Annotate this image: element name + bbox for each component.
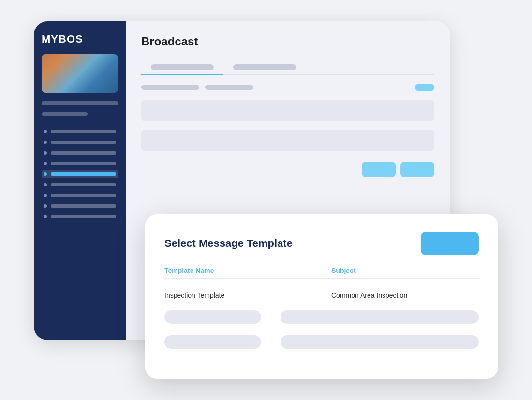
sidebar-item-8[interactable] (42, 202, 118, 210)
sidebar-bar-1 (42, 101, 118, 105)
bottom-row (141, 162, 434, 177)
sidebar-item-4[interactable] (42, 159, 118, 168)
modal-placeholder-subject-1 (281, 310, 479, 324)
sidebar-dot-8 (44, 204, 47, 208)
sidebar-nav-bar-3 (51, 151, 116, 155)
modal-card: Select Message Template Template Name Su… (145, 214, 498, 379)
filter-placeholder-1 (141, 85, 199, 90)
sidebar-item-6[interactable] (42, 181, 118, 189)
modal-table: Template Name Subject Inspection Templat… (164, 267, 479, 355)
sidebar-item-7[interactable] (42, 191, 118, 200)
sidebar-nav-bar-active (51, 172, 116, 176)
modal-cell-subject: Common Area Inspection (331, 291, 479, 299)
sidebar-item-broadcast[interactable] (42, 170, 118, 178)
sidebar-nav-bar-2 (51, 141, 116, 144)
action-btn-1[interactable] (362, 162, 396, 177)
sidebar-nav (42, 128, 118, 221)
sidebar-dot-3 (44, 151, 47, 155)
sidebar-dot-9 (44, 215, 47, 218)
filter-row (141, 84, 434, 91)
filter-left (141, 85, 253, 90)
modal-placeholder-row-1 (164, 304, 479, 329)
sidebar-item-9[interactable] (42, 213, 118, 221)
modal-placeholder-name-2 (164, 335, 261, 349)
sidebar-nav-bar-8 (51, 204, 116, 208)
filter-placeholder-2 (205, 85, 253, 90)
modal-col-template-name: Template Name (164, 267, 312, 274)
sidebar-item-1[interactable] (42, 128, 118, 136)
content-block-1 (141, 100, 434, 121)
sidebar-nav-bar-4 (51, 162, 116, 165)
table-row[interactable]: Inspection Template Common Area Inspecti… (164, 286, 479, 304)
sidebar-item-3[interactable] (42, 149, 118, 157)
sidebar-dot-active (44, 172, 47, 176)
modal-cell-template-name: Inspection Template (164, 291, 312, 299)
modal-placeholder-name-1 (164, 310, 261, 324)
sidebar-nav-bar-6 (51, 183, 116, 186)
sidebar-dot-4 (44, 162, 47, 165)
modal-header: Select Message Template (164, 232, 479, 255)
sidebar-logo: MYBOS (42, 33, 118, 45)
modal-action-button[interactable] (421, 232, 479, 255)
sidebar-nav-bar-9 (51, 215, 116, 218)
sidebar-dot-1 (44, 130, 47, 133)
tab-two-placeholder (233, 64, 296, 70)
filter-button[interactable] (415, 84, 434, 91)
tab-one-placeholder (151, 64, 214, 70)
sidebar-building-image (42, 54, 118, 93)
tabs-row (141, 59, 434, 75)
page-title: Broadcast (141, 35, 434, 48)
sidebar-bar-2 (42, 112, 88, 116)
sidebar-dot-7 (44, 194, 47, 197)
tab-one[interactable] (141, 59, 223, 75)
modal-placeholder-subject-2 (281, 335, 479, 349)
modal-title: Select Message Template (164, 237, 293, 250)
modal-placeholder-row-2 (164, 329, 479, 355)
action-btn-2[interactable] (400, 162, 434, 177)
modal-col-subject: Subject (331, 267, 479, 274)
content-block-2 (141, 130, 434, 151)
modal-table-header: Template Name Subject (164, 267, 479, 279)
sidebar-dot-2 (44, 141, 47, 144)
sidebar-item-2[interactable] (42, 138, 118, 146)
sidebar-dot-6 (44, 183, 47, 186)
tab-two[interactable] (223, 59, 306, 75)
sidebar-nav-bar-7 (51, 194, 116, 197)
sidebar-nav-bar-1 (51, 130, 116, 133)
sidebar: MYBOS (34, 21, 126, 340)
